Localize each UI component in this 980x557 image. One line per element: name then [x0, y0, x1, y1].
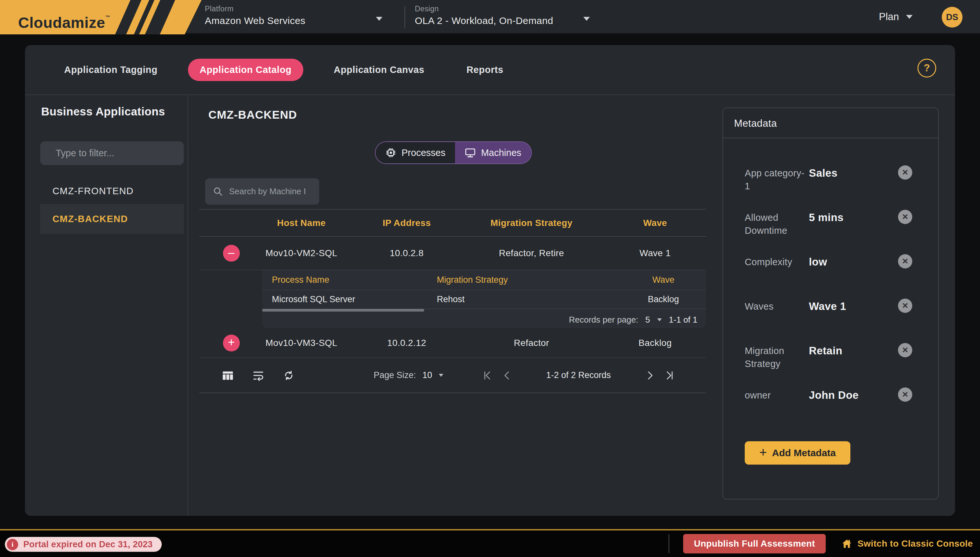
metadata-row: Waves Wave 1 ✕	[723, 300, 938, 344]
process-name-cell: Microsoft SQL Server	[262, 295, 430, 305]
design-select[interactable]: Design OLA 2 - Workload, On-Demand	[415, 5, 553, 26]
app-header: Cloudamize™ Platform Amazon Web Services…	[0, 0, 980, 34]
sidebar: Business Applications CMZ-FRONTEND CMZ-B…	[25, 95, 188, 516]
metadata-value: Wave 1	[809, 300, 846, 313]
avatar[interactable]: DS	[942, 7, 962, 28]
remove-metadata-icon[interactable]: ✕	[898, 343, 912, 357]
search-icon	[213, 186, 223, 197]
wrap-text-icon[interactable]	[252, 370, 264, 381]
metadata-row: Allowed Downtime 5 mins ✕	[723, 211, 938, 256]
toggle-machines[interactable]: Machines	[455, 142, 531, 163]
remove-metadata-icon[interactable]: ✕	[898, 210, 912, 224]
host-name-cell: Mov10-VM2-SQL	[248, 248, 355, 258]
remove-metadata-icon[interactable]: ✕	[898, 165, 912, 180]
metadata-value: 5 mins	[809, 211, 843, 224]
chevron-down-icon	[906, 15, 913, 19]
switch-to-classic-console-link[interactable]: Switch to Classic Console	[841, 531, 973, 557]
nested-strategy-cell: Rehost	[430, 295, 621, 305]
page-size-value: 10	[423, 370, 432, 380]
metadata-key: owner	[745, 389, 809, 402]
host-name-header: Host Name	[248, 218, 355, 228]
portal-expiry-text: Portal expired on Dec 31, 2023	[23, 539, 153, 550]
page-title: CMZ-BACKEND	[208, 108, 297, 121]
process-name-header: Process Name	[262, 275, 430, 285]
filter-input[interactable]	[56, 148, 178, 158]
metadata-panel: Metadata App category-1 Sales ✕ Allowed …	[723, 107, 939, 499]
next-page-icon[interactable]	[640, 370, 660, 381]
wave-cell: Backlog	[605, 338, 706, 348]
add-metadata-button[interactable]: + Add Metadata	[745, 441, 850, 464]
table-row: + Mov10-VM3-SQL 10.0.2.12 Refactor Backl…	[199, 328, 706, 358]
collapse-row-button[interactable]: –	[223, 245, 240, 262]
unpublish-full-assessment-button[interactable]: Unpublish Full Assessment	[683, 534, 826, 554]
last-page-icon[interactable]	[660, 370, 679, 381]
platform-select[interactable]: Platform Amazon Web Services	[205, 5, 306, 26]
host-name-cell: Mov10-VM3-SQL	[248, 338, 355, 348]
machines-table: Host Name IP Address Migration Strategy …	[199, 209, 706, 393]
metadata-row: Complexity low ✕	[723, 256, 938, 300]
bottom-bar-divider	[669, 534, 669, 553]
migration-strategy-header: Migration Strategy	[458, 218, 605, 228]
portal-expiry-badge: i Portal expired on Dec 31, 2023	[5, 537, 162, 552]
nested-wave-header: Wave	[621, 275, 706, 285]
tab-application-catalog[interactable]: Application Catalog	[188, 59, 303, 81]
chevron-down-icon[interactable]	[583, 17, 590, 21]
design-label: Design	[415, 5, 553, 13]
machine-search-box	[205, 178, 319, 205]
plan-menu[interactable]: Plan	[879, 11, 913, 23]
tab-reports[interactable]: Reports	[455, 59, 515, 81]
nested-wave-cell: Backlog	[621, 295, 706, 305]
nested-processes-table: Process Name Migration Strategy Wave Mic…	[262, 270, 706, 328]
nested-pagination: Records per page: 5 1-1 of 1	[262, 311, 706, 328]
toggle-machines-label: Machines	[481, 148, 521, 158]
tab-application-canvas[interactable]: Application Canvas	[322, 59, 436, 81]
ip-address-header: IP Address	[355, 218, 458, 228]
nested-row: Microsoft SQL Server Rehost Backlog	[262, 290, 706, 309]
sidebar-item-cmz-frontend[interactable]: CMZ-FRONTEND	[40, 178, 184, 204]
metadata-key: Migration Strategy	[745, 344, 809, 370]
trademark-symbol: ™	[105, 14, 111, 20]
remove-metadata-icon[interactable]: ✕	[898, 254, 912, 269]
metadata-rows: App category-1 Sales ✕ Allowed Downtime …	[723, 138, 938, 433]
machine-search-input[interactable]	[229, 186, 314, 197]
chevron-down-icon	[439, 374, 443, 377]
header-divider	[405, 6, 405, 29]
records-per-page-value[interactable]: 5	[645, 315, 650, 325]
remove-metadata-icon[interactable]: ✕	[898, 299, 912, 313]
plan-label: Plan	[879, 11, 899, 23]
pagination-range-label: 1-2 of 2 Records	[530, 370, 627, 380]
migration-strategy-cell: Refactor, Retire	[458, 248, 605, 258]
ip-address-cell: 10.0.2.12	[355, 338, 458, 348]
ip-address-cell: 10.0.2.8	[355, 248, 458, 258]
metadata-value: John Doe	[809, 389, 859, 401]
metadata-value: Retain	[809, 344, 842, 357]
expand-row-button[interactable]: +	[223, 335, 240, 352]
plus-icon: +	[759, 445, 767, 460]
page-size-select[interactable]: Page Size: 10	[374, 370, 443, 380]
table-footer: Page Size: 10 1-2 of 2 Re	[199, 358, 706, 393]
migration-strategy-cell: Refactor	[458, 338, 605, 348]
nested-migration-strategy-header: Migration Strategy	[430, 275, 621, 285]
chip-icon	[385, 147, 397, 158]
sidebar-item-cmz-backend[interactable]: CMZ-BACKEND	[40, 204, 184, 234]
columns-icon[interactable]	[222, 370, 234, 381]
help-icon[interactable]: ?	[917, 59, 936, 78]
first-page-icon[interactable]	[478, 370, 497, 381]
wave-cell: Wave 1	[605, 248, 706, 258]
toggle-processes[interactable]: Processes	[375, 142, 455, 163]
chevron-down-icon[interactable]	[657, 318, 662, 321]
add-metadata-label: Add Metadata	[772, 448, 836, 458]
previous-page-icon[interactable]	[497, 370, 517, 381]
remove-metadata-icon[interactable]: ✕	[898, 388, 912, 402]
horizontal-scrollbar[interactable]	[262, 309, 424, 311]
wave-header: Wave	[605, 218, 706, 228]
chevron-down-icon[interactable]	[376, 17, 382, 21]
metadata-row: Migration Strategy Retain ✕	[723, 344, 938, 389]
tab-application-tagging[interactable]: Application Tagging	[52, 59, 169, 81]
refresh-icon[interactable]	[283, 370, 294, 381]
metadata-row: App category-1 Sales ✕	[723, 167, 938, 211]
tab-bar: Application Tagging Application Catalog …	[25, 45, 955, 95]
application-list: CMZ-FRONTEND CMZ-BACKEND	[40, 178, 184, 234]
content-area: CMZ-BACKEND Processes	[188, 95, 723, 516]
records-per-page-label: Records per page:	[569, 315, 638, 325]
